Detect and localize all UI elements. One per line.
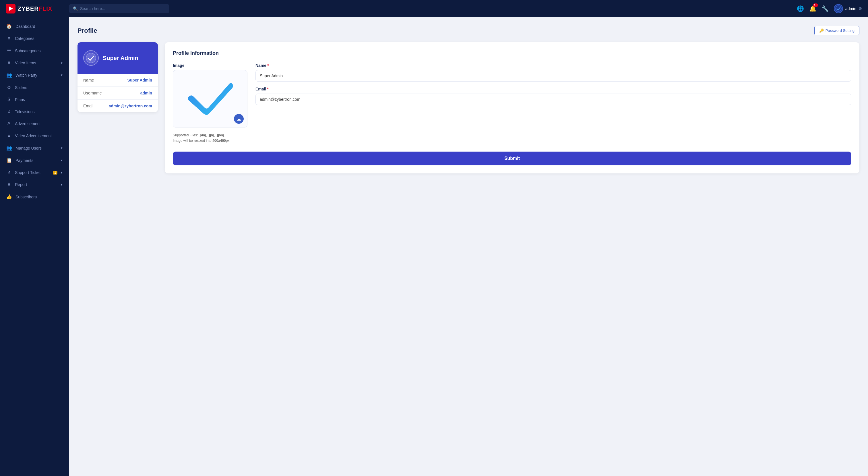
payments-icon: 📋	[6, 158, 12, 163]
name-email-group: Name* Email*	[255, 63, 851, 105]
televisions-icon: 🖥	[6, 109, 11, 114]
chevron-icon-report: ▾	[61, 183, 63, 187]
profile-name-label: Name	[83, 78, 94, 82]
dashboard-icon: 🏠	[6, 24, 12, 29]
chevron-icon-payments: ▾	[61, 158, 63, 162]
profile-name-row: Name Super Admin	[78, 74, 158, 87]
sidebar-item-video-items[interactable]: 🖥Video Items▾	[0, 57, 69, 69]
sidebar-label-categories: Categories	[15, 36, 63, 41]
notification-badge: 9+	[813, 3, 818, 7]
profile-card-body: Name Super Admin Username admin Email ad…	[78, 74, 158, 112]
sidebar-item-sliders[interactable]: ⚙Sliders	[0, 81, 69, 94]
logo-text: ZYBERFLIX	[18, 5, 52, 12]
profile-card-header: Super Admin	[78, 42, 158, 74]
sidebar: 🏠Dashboard≡Categories☰Subcategories🖥Vide…	[0, 17, 69, 476]
sidebar-item-payments[interactable]: 📋Payments▾	[0, 154, 69, 167]
sidebar-item-advertisement[interactable]: AAdvertisement	[0, 118, 69, 130]
profile-username-value: admin	[141, 91, 152, 95]
name-required-star: *	[267, 63, 269, 68]
admin-name: admin	[845, 6, 856, 11]
sidebar-item-manage-users[interactable]: 👥Manage Users▾	[0, 142, 69, 154]
search-input[interactable]	[80, 6, 165, 11]
chevron-icon-manage-users: ▾	[61, 146, 63, 150]
sidebar-label-advertisement: Advertisement	[15, 121, 63, 126]
subscribers-icon: 👍	[6, 194, 12, 200]
sidebar-item-watch-party[interactable]: 👥Watch Party▾	[0, 69, 69, 81]
image-form-group: Image	[173, 63, 247, 144]
profile-username-label: Username	[83, 91, 102, 95]
sidebar-item-categories[interactable]: ≡Categories	[0, 32, 69, 44]
sidebar-label-subcategories: Subcategories	[15, 49, 63, 53]
chevron-icon-support-ticket: ▾	[61, 171, 63, 175]
tools-icon-btn[interactable]: 🔧	[822, 5, 829, 12]
name-label: Name*	[255, 63, 851, 68]
search-icon: 🔍	[73, 6, 78, 11]
admin-avatar	[834, 4, 843, 13]
admin-settings-icon: ⚙	[859, 6, 862, 11]
sidebar-label-report: Report	[15, 182, 57, 187]
profile-card-name: Super Admin	[103, 55, 138, 61]
sidebar-badge-support-ticket: 1	[53, 171, 57, 175]
email-label: Email*	[255, 87, 851, 91]
sidebar-label-video-advertisement: Video Advertisement	[15, 133, 63, 138]
sidebar-item-dashboard[interactable]: 🏠Dashboard	[0, 20, 69, 32]
form-row-main: Image	[173, 63, 851, 144]
sidebar-label-plans: Plans	[15, 97, 63, 102]
profile-email-row: Email admin@zybertron.com	[78, 100, 158, 112]
profile-card-avatar	[83, 50, 99, 66]
profile-name-value: Super Admin	[127, 78, 152, 82]
submit-button[interactable]: Submit	[173, 152, 851, 166]
name-input[interactable]	[255, 70, 851, 82]
email-input[interactable]	[255, 94, 851, 105]
categories-icon: ≡	[6, 36, 11, 41]
form-title: Profile Information	[173, 50, 851, 56]
profile-email-value: admin@zybertron.com	[109, 103, 152, 108]
sidebar-item-subcategories[interactable]: ☰Subcategories	[0, 44, 69, 57]
sidebar-item-televisions[interactable]: 🖥Televisions	[0, 106, 69, 118]
sidebar-item-subscribers[interactable]: 👍Subscribers	[0, 190, 69, 203]
svg-point-2	[86, 53, 96, 63]
main-content: Profile 🔑 Password Setting Super Admin	[69, 17, 868, 476]
sidebar-item-support-ticket[interactable]: 🖥Support Ticket1▾	[0, 167, 69, 179]
profile-form: Profile Information Image	[165, 42, 859, 173]
manage-users-icon: 👥	[6, 145, 12, 151]
upload-image-button[interactable]: ☁	[234, 114, 244, 124]
sidebar-label-subscribers: Subscribers	[16, 195, 63, 199]
page-header: Profile 🔑 Password Setting	[78, 26, 859, 35]
video-advertisement-icon: 🖥	[6, 133, 11, 138]
email-form-group: Email*	[255, 87, 851, 105]
image-upload-area: Image	[173, 63, 247, 144]
password-btn-label: Password Setting	[826, 28, 855, 33]
sidebar-item-report[interactable]: ≡Report▾	[0, 179, 69, 190]
image-label: Image	[173, 63, 247, 68]
password-setting-button[interactable]: 🔑 Password Setting	[814, 26, 859, 35]
logo-icon	[6, 4, 16, 13]
upload-icon: ☁	[237, 116, 241, 122]
subcategories-icon: ☰	[6, 48, 11, 53]
advertisement-icon: A	[6, 121, 11, 126]
profile-username-row: Username admin	[78, 87, 158, 100]
profile-card: Super Admin Name Super Admin Username ad…	[78, 42, 158, 112]
checkmark-logo	[187, 80, 233, 117]
sidebar-label-watch-party: Watch Party	[16, 73, 57, 78]
name-form-group: Name*	[255, 63, 851, 82]
page-title: Profile	[78, 27, 97, 34]
logo-area: ZYBERFLIX	[6, 4, 63, 13]
sidebar-label-support-ticket: Support Ticket	[15, 170, 50, 175]
watch-party-icon: 👥	[6, 72, 12, 78]
chevron-icon-watch-party: ▾	[61, 73, 63, 77]
key-icon: 🔑	[819, 28, 824, 33]
image-hint: Supported Files: .png, .jpg, .jpeg. Imag…	[173, 132, 247, 144]
sidebar-label-payments: Payments	[16, 158, 57, 163]
admin-area[interactable]: admin ⚙	[834, 4, 862, 13]
sidebar-label-sliders: Sliders	[15, 85, 63, 90]
search-bar: 🔍	[69, 4, 169, 13]
globe-icon-btn[interactable]: 🌐	[797, 5, 804, 12]
sidebar-label-manage-users: Manage Users	[16, 146, 57, 150]
sidebar-item-plans[interactable]: $Plans	[0, 94, 69, 106]
sidebar-item-video-advertisement[interactable]: 🖥Video Advertisement	[0, 130, 69, 142]
sliders-icon: ⚙	[6, 85, 11, 90]
support-ticket-icon: 🖥	[6, 170, 11, 175]
notification-btn[interactable]: 🔔 9+	[809, 5, 816, 12]
plans-icon: $	[6, 97, 11, 102]
